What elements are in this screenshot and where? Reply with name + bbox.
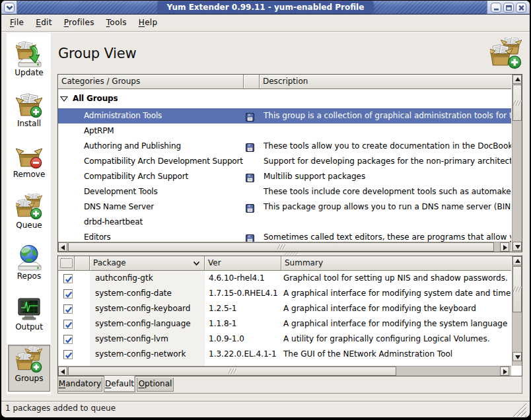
remove-icon xyxy=(16,143,42,169)
menu-file[interactable]: File xyxy=(4,15,30,31)
packages-notebook: Package Ver Summary authconfig-gtk4.6.10… xyxy=(57,255,522,394)
column-header-categories[interactable]: Categories / Groups xyxy=(58,75,244,89)
column-header-summary[interactable]: Summary xyxy=(281,256,511,271)
thumb-grip-icon xyxy=(513,100,522,106)
scroll-down-button[interactable] xyxy=(513,242,522,251)
check-icon xyxy=(64,305,73,314)
column-header-package-label: Package xyxy=(93,258,126,267)
maximize-button[interactable] xyxy=(503,3,514,13)
package-row[interactable]: authconfig-gtk4.6.10-rhel4.1Graphical to… xyxy=(58,271,511,286)
scroll-left-button[interactable] xyxy=(58,242,67,252)
sidebar-item-label: Groups xyxy=(9,374,50,383)
column-header-ver[interactable]: Ver xyxy=(205,256,281,271)
scroll-thumb[interactable] xyxy=(513,266,522,312)
scroll-right-button[interactable] xyxy=(500,367,509,376)
group-name: Development Tools xyxy=(84,184,158,199)
package-version: 1.0.9-1.0 xyxy=(205,332,281,347)
tree-row[interactable]: Authoring and PublishingThese tools allo… xyxy=(58,139,511,154)
groups-icon xyxy=(16,347,42,373)
close-button[interactable] xyxy=(516,3,526,13)
package-row[interactable]: system-config-language1.1.8-1A graphical… xyxy=(58,316,511,332)
package-type-tabs: MandatoryDefaultOptional xyxy=(58,377,522,393)
package-row[interactable]: system-config-network1.3.22.0.EL.4.1-1Th… xyxy=(58,347,511,362)
sidebar-item-remove[interactable]: Remove xyxy=(8,141,50,188)
tree-row[interactable]: Compatibility Arch SupportMultilib suppo… xyxy=(58,169,511,184)
expander-icon[interactable] xyxy=(60,96,68,102)
sidebar-item-repos[interactable]: Repos xyxy=(8,243,50,290)
package-checkbox[interactable] xyxy=(63,304,73,314)
menu-edit[interactable]: Edit xyxy=(30,15,57,31)
tree-row[interactable]: Development ToolsThese tools include cor… xyxy=(58,184,511,199)
arrow-right-icon xyxy=(503,245,507,250)
sidebar-item-output[interactable]: Output xyxy=(8,294,50,341)
sidebar-item-label: Repos xyxy=(8,271,50,281)
package-row[interactable]: system-config-lvm1.0.9-1.0A utility for … xyxy=(58,332,511,347)
update-icon xyxy=(16,41,42,67)
package-checkbox-cell xyxy=(58,316,75,332)
arrow-right-icon xyxy=(503,369,507,374)
scroll-right-button[interactable] xyxy=(500,242,509,252)
sidebar-item-queue[interactable]: Queue xyxy=(8,192,50,239)
package-checkbox[interactable] xyxy=(63,289,73,298)
arrow-left-icon xyxy=(61,369,65,374)
scroll-thumb[interactable] xyxy=(513,85,522,121)
groups-horizontal-scrollbar[interactable] xyxy=(58,242,511,252)
sidebar-item-install[interactable]: Install xyxy=(8,90,50,137)
scroll-thumb[interactable] xyxy=(68,367,396,376)
package-checkbox[interactable] xyxy=(63,350,73,359)
tree-row[interactable]: DNS Name ServerThis package group allows… xyxy=(58,199,511,215)
group-name: Editors xyxy=(84,230,111,242)
group-name: Compatibility Arch Development Support xyxy=(84,154,243,169)
package-checkbox-cell xyxy=(58,286,75,301)
tab-default[interactable]: Default xyxy=(104,376,135,392)
tree-row-all-groups[interactable]: All Groups xyxy=(58,89,511,108)
groups-vertical-scrollbar[interactable] xyxy=(512,75,522,252)
scroll-up-button[interactable] xyxy=(513,256,522,265)
column-header-package[interactable]: Package xyxy=(90,256,205,271)
minimize-button[interactable] xyxy=(491,3,501,13)
package-checkbox[interactable] xyxy=(63,274,73,283)
group-description: Multilib support packages xyxy=(264,169,511,184)
remove-icon xyxy=(16,143,42,169)
update-icon xyxy=(16,41,42,67)
titlebar[interactable]: Yum Extender 0.99.11 - yum-enabled Profi… xyxy=(1,1,530,15)
packages-vertical-scrollbar[interactable] xyxy=(512,256,522,366)
package-row[interactable]: system-config-date1.7.15-0.RHEL4.1A grap… xyxy=(58,286,511,301)
scroll-down-button[interactable] xyxy=(513,352,522,361)
column-header-description[interactable]: Description xyxy=(260,75,511,89)
floppy-installed-icon xyxy=(246,233,254,242)
menu-help[interactable]: Help xyxy=(133,15,164,31)
column-header-status[interactable] xyxy=(75,256,90,271)
scroll-up-button[interactable] xyxy=(513,75,522,84)
package-version: 1.7.15-0.RHEL4.1 xyxy=(205,286,281,301)
package-name: system-config-language xyxy=(90,316,205,332)
tree-row[interactable]: drbd-heartbeat xyxy=(58,215,511,230)
package-summary: A graphical interface for modifying the … xyxy=(281,316,511,332)
sidebar-item-groups[interactable]: Groups xyxy=(8,345,50,392)
packages-horizontal-scrollbar[interactable] xyxy=(58,366,511,376)
package-name: authconfig-gtk xyxy=(90,271,205,286)
arrow-up-icon xyxy=(515,259,520,263)
floppy-icon xyxy=(246,113,254,122)
package-checkbox[interactable] xyxy=(63,335,73,344)
tab-mandatory[interactable]: Mandatory xyxy=(57,378,102,392)
menu-profiles[interactable]: Profiles xyxy=(58,15,100,31)
sidebar-item-update[interactable]: Update xyxy=(8,40,50,87)
thumb-grip-icon xyxy=(277,244,286,250)
resize-grip[interactable] xyxy=(511,402,528,417)
tree-row[interactable]: Administration ToolsThis group is a coll… xyxy=(58,108,511,123)
status-message: 1 packages added to queue xyxy=(5,401,116,415)
package-checkbox[interactable] xyxy=(63,320,73,329)
arrow-left-icon xyxy=(61,245,65,250)
menu-tools[interactable]: Tools xyxy=(100,15,133,31)
tree-row[interactable]: Compatibility Arch Development SupportSu… xyxy=(58,154,511,169)
window-title-area: Yum Extender 0.99.11 - yum-enabled Profi… xyxy=(1,1,530,14)
scroll-thumb[interactable] xyxy=(68,242,494,252)
tree-row[interactable]: AptRPM xyxy=(58,123,511,139)
column-header-select-all[interactable] xyxy=(58,256,75,271)
tree-row[interactable]: EditorsSometimes called text editors, th… xyxy=(58,230,511,242)
column-header-status-icon[interactable] xyxy=(244,75,260,89)
package-row[interactable]: system-config-keyboard1.2.5-1A graphical… xyxy=(58,301,511,316)
tab-optional[interactable]: Optional xyxy=(137,378,174,392)
scroll-left-button[interactable] xyxy=(58,367,67,376)
